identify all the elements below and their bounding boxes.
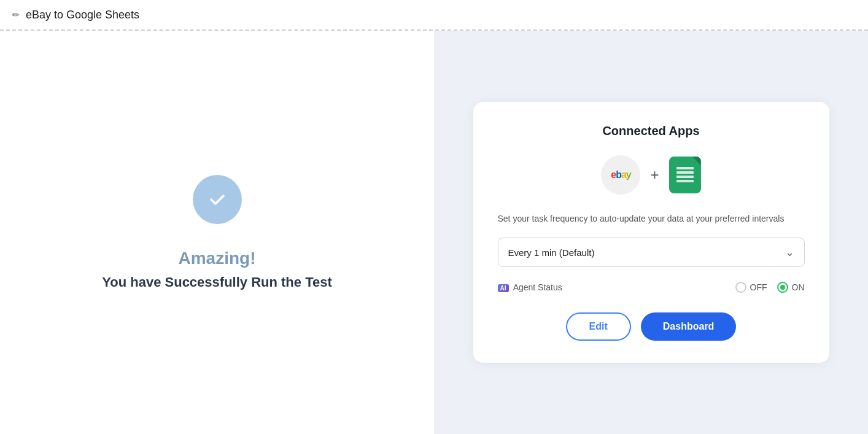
plus-symbol: + xyxy=(650,166,659,184)
sheets-icon-body xyxy=(669,157,701,193)
sheets-lines xyxy=(676,167,694,182)
main-content: Amazing! You have Successfully Run the T… xyxy=(0,31,868,434)
frequency-dropdown[interactable]: Every 1 min (Default) ⌄ xyxy=(498,238,805,267)
amazing-label: Amazing! xyxy=(179,249,256,268)
action-buttons: Edit Dashboard xyxy=(498,312,805,341)
sheets-line-1 xyxy=(676,167,694,169)
radio-on-label: ON xyxy=(792,282,805,292)
agent-status-label: AI Agent Status xyxy=(498,282,562,292)
dashboard-button[interactable]: Dashboard xyxy=(641,312,737,341)
radio-off-circle xyxy=(735,282,746,293)
success-check-circle xyxy=(193,175,242,224)
card-title: Connected Apps xyxy=(498,124,805,138)
agent-label-text: Agent Status xyxy=(513,282,562,292)
right-panel: Connected Apps ebay + xyxy=(434,31,868,434)
edit-button[interactable]: Edit xyxy=(566,312,631,341)
google-sheets-app-icon xyxy=(669,157,701,193)
checkmark-icon xyxy=(206,188,228,211)
apps-row: ebay + xyxy=(498,155,805,195)
radio-on-option[interactable]: ON xyxy=(777,282,805,293)
frequency-selected-value: Every 1 min (Default) xyxy=(508,247,595,258)
frequency-description: Set your task frequency to auto-update y… xyxy=(498,212,805,225)
radio-off-option[interactable]: OFF xyxy=(735,282,767,293)
sheets-line-4 xyxy=(676,180,694,182)
ai-badge: AI xyxy=(498,284,509,292)
radio-off-label: OFF xyxy=(750,282,767,292)
sheets-line-3 xyxy=(676,176,694,178)
header: ✏ eBay to Google Sheets xyxy=(0,0,868,31)
agent-status-row: AI Agent Status OFF ON xyxy=(498,282,805,293)
radio-on-circle xyxy=(777,282,788,293)
ebay-logo: ebay xyxy=(611,169,631,180)
edit-icon: ✏ xyxy=(12,10,20,20)
page-title: eBay to Google Sheets xyxy=(26,9,139,21)
chevron-down-icon: ⌄ xyxy=(785,246,794,259)
ebay-app-icon: ebay xyxy=(601,155,640,195)
agent-status-radio-group[interactable]: OFF ON xyxy=(735,282,805,293)
connected-apps-card: Connected Apps ebay + xyxy=(473,102,829,363)
left-panel: Amazing! You have Successfully Run the T… xyxy=(0,31,434,434)
sheets-line-2 xyxy=(676,171,694,174)
success-label: You have Successfully Run the Test xyxy=(102,274,332,290)
